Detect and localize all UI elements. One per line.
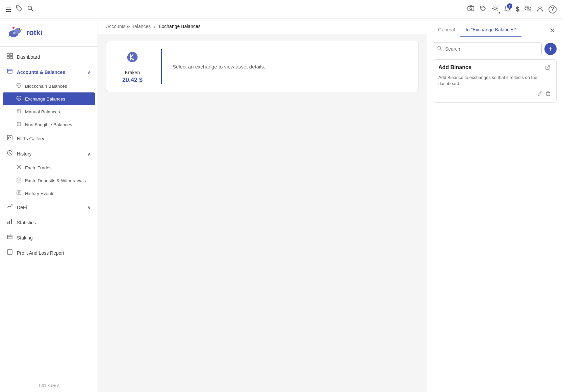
sidebar-item-exchange[interactable]: Exchange Balances	[3, 92, 95, 105]
exchange-hint: Select an exchange to view asset details…	[162, 64, 265, 69]
svg-point-6	[481, 7, 482, 8]
staking-label: Staking	[17, 235, 33, 241]
topbar-right: ▾ 1 $ ?	[467, 5, 557, 14]
sidebar-item-staking[interactable]: Staking	[0, 230, 98, 245]
dashboard-label: Dashboard	[17, 54, 40, 60]
binance-delete-button[interactable]	[545, 91, 551, 97]
history-label: History	[17, 151, 32, 157]
sidebar-item-nonfungible[interactable]: Non Fungible Balances	[0, 118, 98, 131]
panel-close-button[interactable]: ✕	[548, 25, 557, 36]
accounts-label: Accounts & Balances	[17, 69, 65, 75]
svg-line-15	[497, 6, 497, 7]
tag-icon[interactable]	[16, 5, 23, 14]
dashboard-icon	[7, 53, 13, 61]
nfts-label: NFTs Gallery	[17, 136, 44, 141]
entry-footer	[438, 91, 551, 97]
main-area: Accounts & Balances / Exchange Balances …	[98, 19, 427, 392]
svg-line-13	[497, 10, 497, 11]
right-panel: General In "Exchange Balances" ✕ + Add B…	[427, 19, 562, 392]
sidebar-item-exch-trades[interactable]: Exch. Trades	[0, 161, 98, 174]
defi-icon	[7, 203, 13, 211]
sidebar-item-defi[interactable]: DeFi ∨	[0, 200, 98, 215]
breadcrumb-current: Exchange Balances	[159, 24, 201, 29]
svg-rect-50	[7, 222, 8, 224]
svg-point-19	[539, 6, 541, 9]
binance-title: Add Binance	[438, 64, 471, 71]
exchange-card: Kraken 20.42 $ Select an exchange to vie…	[106, 41, 419, 92]
exchange-label: Exchange Balances	[25, 96, 65, 102]
sidebar-item-exch-deposits[interactable]: Exch. Deposits & Withdrawals	[0, 174, 98, 187]
svg-point-24	[19, 29, 20, 30]
kraken-icon[interactable]	[124, 49, 140, 68]
manual-label: Manual Balances	[25, 109, 60, 114]
exch-deposits-label: Exch. Deposits & Withdrawals	[25, 178, 86, 183]
exchange-balance: 20.42 $	[122, 77, 143, 84]
sidebar-item-dashboard[interactable]: Dashboard	[0, 49, 98, 64]
profit-loss-icon	[7, 249, 13, 257]
svg-point-1	[28, 6, 32, 10]
exch-trades-label: Exch. Trades	[25, 165, 52, 170]
svg-point-7	[494, 7, 496, 10]
menu-icon[interactable]: ☰	[5, 5, 11, 13]
breadcrumb-link[interactable]: Accounts & Balances	[106, 24, 151, 29]
history-icon	[7, 150, 13, 158]
statistics-icon	[7, 219, 13, 226]
layout: rotki Dashboard Accounts & Balances ∧	[0, 19, 562, 392]
sidebar-item-accounts[interactable]: Accounts & Balances ∧	[0, 64, 98, 80]
sidebar-item-blockchain[interactable]: Blockchain Balances	[0, 80, 98, 92]
sidebar: rotki Dashboard Accounts & Balances ∧	[0, 19, 98, 392]
topbar: ☰ ▾ 1 $	[0, 0, 562, 19]
accounts-subnav: Blockchain Balances Exchange Balances Ma…	[0, 80, 98, 131]
svg-line-12	[493, 6, 493, 7]
help-icon[interactable]: ?	[548, 5, 557, 13]
svg-rect-30	[7, 69, 12, 73]
history-events-icon	[16, 190, 22, 197]
exch-trades-icon	[16, 164, 22, 171]
binance-link-button[interactable]	[544, 64, 551, 73]
sidebar-item-nfts[interactable]: NFTs Gallery	[0, 131, 98, 146]
svg-rect-44	[17, 179, 21, 182]
search-box	[433, 43, 542, 55]
exchange-icon	[16, 95, 22, 102]
privacy-icon[interactable]	[524, 5, 532, 14]
sidebar-item-history-events[interactable]: History Events	[0, 187, 98, 200]
search-icon[interactable]	[27, 5, 34, 13]
notification-badge: 1	[507, 3, 512, 9]
entry-header: Add Binance	[438, 64, 551, 73]
blockchain-label: Blockchain Balances	[25, 84, 67, 89]
svg-rect-39	[7, 135, 12, 140]
tab-general[interactable]: General	[433, 24, 460, 37]
nonfungible-label: Non Fungible Balances	[25, 122, 72, 127]
svg-rect-51	[9, 221, 10, 224]
svg-point-23	[13, 32, 16, 34]
add-button[interactable]: +	[544, 43, 557, 55]
binance-edit-button[interactable]	[537, 91, 543, 97]
svg-rect-3	[468, 6, 474, 11]
screenshot-icon[interactable]	[467, 5, 475, 14]
entry-actions	[544, 64, 551, 73]
exchange-name: Kraken	[125, 70, 140, 75]
panel-tabs: General In "Exchange Balances"	[433, 24, 521, 37]
search-input[interactable]	[445, 46, 537, 52]
staking-icon	[7, 234, 13, 242]
theme-icon[interactable]: ▾	[491, 5, 499, 14]
sidebar-item-history[interactable]: History ∧	[0, 146, 98, 161]
currency-icon[interactable]: $	[516, 5, 519, 13]
notification-icon[interactable]: 1	[504, 5, 511, 14]
statistics-label: Statistics	[17, 220, 36, 225]
tag2-icon[interactable]	[479, 5, 487, 14]
account-icon[interactable]	[536, 5, 544, 14]
sidebar-item-manual[interactable]: Manual Balances	[0, 105, 98, 118]
svg-line-14	[493, 10, 493, 11]
svg-line-18	[525, 5, 531, 11]
svg-point-5	[470, 8, 472, 10]
tab-in-exchange[interactable]: In "Exchange Balances"	[460, 24, 521, 37]
sidebar-nav: Dashboard Accounts & Balances ∧ Blockcha…	[0, 47, 98, 379]
exch-deposits-icon	[16, 177, 22, 184]
topbar-left: ☰	[5, 5, 34, 14]
history-events-label: History Events	[25, 191, 54, 196]
sidebar-item-statistics[interactable]: Statistics	[0, 215, 98, 230]
history-chevron: ∧	[87, 151, 91, 157]
sidebar-item-profit-loss[interactable]: Profit And Loss Report	[0, 245, 98, 260]
accounts-chevron: ∧	[87, 69, 91, 75]
